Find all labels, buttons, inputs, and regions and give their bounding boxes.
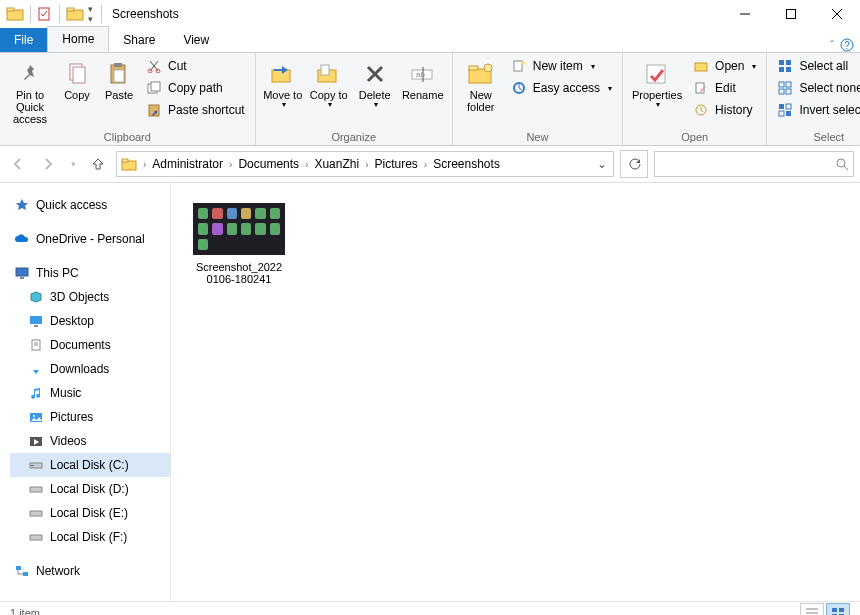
recent-locations-button[interactable]: ▾ [66, 152, 80, 176]
svg-rect-48 [786, 111, 791, 116]
svg-rect-40 [786, 67, 791, 72]
file-list[interactable]: Screenshot_2022 0106-180241 [171, 183, 860, 601]
svg-rect-4 [67, 8, 74, 11]
svg-rect-15 [114, 70, 124, 82]
nav-this-pc[interactable]: This PC [10, 261, 170, 285]
svg-rect-1 [7, 8, 14, 11]
svg-rect-67 [30, 535, 42, 540]
folder-icon [6, 5, 24, 23]
forward-button[interactable] [36, 152, 60, 176]
svg-rect-23 [321, 65, 329, 75]
nav-documents[interactable]: Documents [10, 333, 170, 357]
copy-path-button[interactable]: Copy path [142, 77, 249, 99]
nav-onedrive[interactable]: OneDrive - Personal [10, 227, 170, 251]
navigation-pane: Quick access OneDrive - Personal This PC… [0, 183, 171, 601]
rename-button[interactable]: ab Rename [400, 55, 446, 129]
nav-music[interactable]: Music [10, 381, 170, 405]
chevron-right-icon[interactable]: › [422, 159, 429, 170]
search-input[interactable] [654, 151, 854, 177]
new-folder-button[interactable]: New folder [459, 55, 503, 129]
ribbon-collapse-icon[interactable]: ˆ [830, 39, 834, 51]
maximize-button[interactable] [768, 0, 814, 28]
nav-local-disk-e[interactable]: Local Disk (E:) [10, 501, 170, 525]
delete-icon [364, 59, 386, 89]
breadcrumb-item[interactable]: XuanZhi [310, 157, 363, 171]
svg-rect-55 [30, 316, 42, 324]
qat-item-icon[interactable] [37, 6, 53, 22]
close-button[interactable] [814, 0, 860, 28]
edit-button[interactable]: Edit [689, 77, 760, 99]
breadcrumb-item[interactable]: Pictures [370, 157, 421, 171]
chevron-right-icon[interactable]: › [227, 159, 234, 170]
ribbon-tabs: File Home Share View ˆ ? [0, 28, 860, 52]
nav-3d-objects[interactable]: 3D Objects [10, 285, 170, 309]
breadcrumb-item[interactable]: Documents [234, 157, 303, 171]
move-to-button[interactable]: Move to▾ [262, 55, 304, 129]
delete-button[interactable]: Delete▾ [354, 55, 396, 129]
select-all-button[interactable]: Select all [773, 55, 860, 77]
cut-icon [146, 59, 162, 73]
up-button[interactable] [86, 152, 110, 176]
cut-button[interactable]: Cut [142, 55, 249, 77]
breadcrumb-item[interactable]: Screenshots [429, 157, 504, 171]
properties-button[interactable]: Properties▾ [629, 55, 685, 129]
chevron-right-icon[interactable]: › [303, 159, 310, 170]
file-item[interactable]: Screenshot_2022 0106-180241 [189, 203, 289, 285]
select-none-button[interactable]: Select none [773, 77, 860, 99]
chevron-right-icon[interactable]: › [141, 159, 148, 170]
svg-rect-44 [786, 89, 791, 94]
tab-share[interactable]: Share [109, 28, 169, 52]
download-icon [28, 362, 44, 376]
tab-home[interactable]: Home [47, 26, 109, 52]
paste-button[interactable]: Paste [100, 55, 138, 129]
pin-icon [18, 59, 42, 89]
nav-downloads[interactable]: Downloads [10, 357, 170, 381]
easy-access-button[interactable]: Easy access▾ [507, 77, 616, 99]
minimize-button[interactable] [722, 0, 768, 28]
svg-point-51 [837, 159, 845, 167]
svg-rect-35 [696, 83, 704, 93]
search-icon [835, 157, 849, 171]
back-button[interactable] [6, 152, 30, 176]
svg-rect-28 [469, 66, 478, 70]
status-bar: 1 item [0, 601, 860, 615]
chevron-right-icon[interactable]: › [363, 159, 370, 170]
help-icon[interactable]: ? [840, 38, 854, 52]
qat-dropdown-icon[interactable]: ▾▾ [86, 4, 95, 24]
paste-shortcut-button[interactable]: Paste shortcut [142, 99, 249, 121]
nav-quick-access[interactable]: Quick access [10, 193, 170, 217]
invert-selection-button[interactable]: Invert selection [773, 99, 860, 121]
tab-view[interactable]: View [169, 28, 223, 52]
svg-rect-34 [695, 63, 707, 71]
easy-access-icon [511, 81, 527, 95]
nav-local-disk-c[interactable]: Local Disk (C:) [10, 453, 170, 477]
open-button[interactable]: Open▾ [689, 55, 760, 77]
nav-local-disk-f[interactable]: Local Disk (F:) [10, 525, 170, 549]
tab-file[interactable]: File [0, 28, 47, 52]
address-bar[interactable]: › Administrator› Documents› XuanZhi› Pic… [116, 151, 614, 177]
folder-icon [66, 5, 84, 23]
svg-rect-41 [779, 82, 784, 87]
svg-rect-43 [779, 89, 784, 94]
new-item-icon [511, 59, 527, 73]
copy-icon [66, 59, 88, 89]
large-icons-view-button[interactable] [826, 603, 850, 615]
details-view-button[interactable] [800, 603, 824, 615]
star-icon [14, 198, 30, 212]
copy-button[interactable]: Copy [58, 55, 96, 129]
pin-to-quick-access-button[interactable]: Pin to Quick access [6, 55, 54, 129]
refresh-button[interactable] [620, 150, 648, 178]
copy-to-button[interactable]: Copy to▾ [308, 55, 350, 129]
svg-rect-54 [20, 277, 24, 279]
breadcrumb-item[interactable]: Administrator [148, 157, 227, 171]
cube-icon [28, 290, 44, 304]
nav-local-disk-d[interactable]: Local Disk (D:) [10, 477, 170, 501]
nav-desktop[interactable]: Desktop [10, 309, 170, 333]
chevron-down-icon[interactable]: ⌄ [591, 157, 613, 171]
nav-pictures[interactable]: Pictures [10, 405, 170, 429]
nav-network[interactable]: Network [10, 559, 170, 583]
history-button[interactable]: History [689, 99, 760, 121]
nav-videos[interactable]: Videos [10, 429, 170, 453]
new-item-button[interactable]: New item▾ [507, 55, 616, 77]
svg-rect-39 [779, 67, 784, 72]
